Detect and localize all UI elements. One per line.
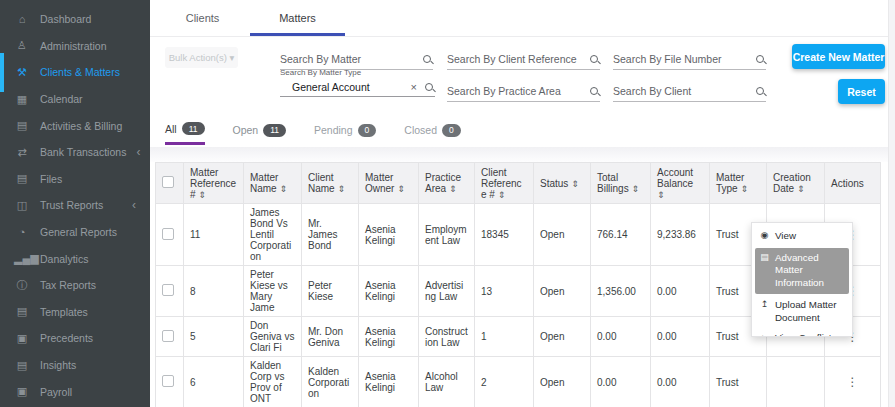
cell-status: Open bbox=[534, 357, 591, 407]
sort-icon[interactable]: ⇕ bbox=[797, 184, 805, 194]
status-filter-tab[interactable]: All 11 bbox=[165, 122, 205, 145]
cell-actions: ⋮ bbox=[825, 357, 881, 407]
app-window: ⌂ Dashboard ♙ Administration ⚒ Clients &… bbox=[0, 0, 895, 407]
create-new-matter-button[interactable]: Create New Matter bbox=[792, 44, 885, 69]
sidebar-item-label: Tax Reports bbox=[40, 279, 96, 291]
page-tabs: Clients Matters bbox=[150, 0, 895, 37]
search-icon[interactable] bbox=[590, 87, 598, 95]
column-header[interactable]: Matter Name ⇕ bbox=[244, 163, 302, 204]
sidebar-item[interactable]: ▤ Insights bbox=[0, 352, 150, 379]
status-filter-tabs: All 11 Open 11 Pending 0 Closed 0 bbox=[165, 122, 461, 145]
search-icon[interactable] bbox=[425, 83, 433, 91]
sort-icon[interactable]: ⇕ bbox=[449, 184, 457, 194]
cell-practice-area: Advertising Law bbox=[419, 266, 475, 317]
tab-matters[interactable]: Matters bbox=[250, 0, 345, 36]
sidebar-item[interactable]: ⚒ Clients & Matters bbox=[0, 59, 150, 86]
status-tab-label: All bbox=[165, 123, 177, 135]
row-checkbox[interactable] bbox=[162, 375, 174, 387]
sort-icon[interactable]: ⇕ bbox=[198, 190, 206, 200]
matter-type-value[interactable]: General Account bbox=[280, 81, 411, 93]
bulk-actions-dropdown[interactable]: Bulk Action(s) ▾ bbox=[165, 47, 238, 68]
cell-client-reference: 2 bbox=[475, 357, 534, 407]
sidebar-item[interactable]: ▤ Templates bbox=[0, 299, 150, 326]
sort-icon[interactable]: ⇕ bbox=[571, 179, 579, 189]
search-icon[interactable] bbox=[756, 87, 764, 95]
column-header[interactable]: Matter Owner ⇕ bbox=[359, 163, 419, 204]
sort-icon[interactable]: ⇕ bbox=[498, 190, 506, 200]
reset-button[interactable]: Reset bbox=[838, 79, 885, 104]
sort-icon[interactable]: ⇕ bbox=[657, 190, 665, 200]
sidebar-item-label: Files bbox=[40, 173, 62, 185]
sidebar-item[interactable]: ▤ Files bbox=[0, 166, 150, 193]
sort-icon[interactable]: ⇕ bbox=[279, 184, 287, 194]
sidebar-item-label: Trust Reports bbox=[40, 199, 103, 211]
status-filter-tab[interactable]: Pending 0 bbox=[314, 122, 376, 145]
column-header[interactable] bbox=[156, 163, 184, 204]
column-header[interactable]: Creation Date ⇕ bbox=[767, 163, 825, 204]
row-checkbox[interactable] bbox=[162, 284, 174, 296]
sidebar-item[interactable]: ⌂ Dashboard bbox=[0, 6, 150, 33]
cell-total-billings: 766.14 bbox=[591, 204, 651, 266]
sidebar-item[interactable]: ♙ Administration bbox=[0, 33, 150, 60]
search-by-client-reference-input[interactable] bbox=[447, 53, 590, 65]
cell-total-billings: 0.00 bbox=[591, 317, 651, 357]
sidebar-item[interactable]: ▣ Precedents bbox=[0, 325, 150, 352]
cell-account-balance: 0.00 bbox=[651, 357, 710, 407]
row-checkbox[interactable] bbox=[162, 228, 174, 240]
cell-total-billings: 0.00 bbox=[591, 357, 651, 407]
search-by-client-input[interactable] bbox=[613, 85, 756, 97]
status-filter-tab[interactable]: Closed 0 bbox=[404, 122, 460, 145]
row-actions-kebab-icon[interactable]: ⋮ bbox=[847, 375, 859, 389]
sort-icon[interactable]: ⇕ bbox=[397, 184, 405, 194]
cell-practice-area: Alcohol Law bbox=[419, 357, 475, 407]
context-menu-item[interactable]: ▤ Advanced Matter Information bbox=[755, 248, 849, 294]
table-row: 6 Kalden Corp vs Prov of ONT Kalden Corp… bbox=[156, 357, 881, 407]
sidebar-item[interactable]: ▤ Activities & Billing bbox=[0, 112, 150, 139]
sidebar-item[interactable]: ◔ General Reports bbox=[0, 219, 150, 246]
column-header[interactable]: Matter Type ⇕ bbox=[710, 163, 767, 204]
cell-account-balance: 9,233.86 bbox=[651, 204, 710, 266]
search-by-file-number-input[interactable] bbox=[613, 53, 756, 65]
sidebar: ⌂ Dashboard ♙ Administration ⚒ Clients &… bbox=[0, 0, 150, 407]
sidebar-item[interactable]: ▂▄▆ Danalytics bbox=[0, 245, 150, 272]
sort-icon[interactable]: ⇕ bbox=[740, 184, 748, 194]
search-icon[interactable] bbox=[756, 55, 764, 63]
cell-client-reference: 13 bbox=[475, 266, 534, 317]
status-filter-tab[interactable]: Open 11 bbox=[233, 122, 287, 145]
chevron-collapse-icon: ‹ bbox=[132, 198, 136, 212]
sidebar-item[interactable]: ▦ Calendar bbox=[0, 86, 150, 113]
row-checkbox[interactable] bbox=[162, 330, 174, 342]
sidebar-item[interactable]: ⇄ Bank Transactions ‹ bbox=[0, 139, 150, 166]
column-header[interactable]: Account Balance ⇕ bbox=[651, 163, 710, 204]
vertical-scrollbar[interactable] bbox=[888, 0, 895, 407]
sidebar-item[interactable]: ▣ Payroll bbox=[0, 378, 150, 405]
context-menu-item[interactable]: ▸ View Conflict Check bbox=[759, 328, 845, 337]
search-icon[interactable] bbox=[590, 55, 598, 63]
context-menu-item[interactable]: ↥ Upload Matter Document bbox=[759, 295, 845, 328]
select-all-checkbox[interactable] bbox=[162, 176, 174, 188]
trust-report-icon: ◫ bbox=[14, 199, 30, 212]
context-menu-item[interactable]: ◉ View bbox=[759, 226, 845, 247]
cell-client-reference: 18345 bbox=[475, 204, 534, 266]
cell-status: Open bbox=[534, 204, 591, 266]
search-by-matter-input[interactable] bbox=[280, 53, 423, 65]
sort-icon[interactable]: ⇕ bbox=[337, 184, 345, 194]
clear-icon[interactable]: × bbox=[411, 81, 417, 93]
column-header[interactable]: Actions bbox=[825, 163, 881, 204]
sidebar-item[interactable]: ◫ Trust Reports ‹ bbox=[0, 192, 150, 219]
column-header[interactable]: Matter Reference # ⇕ bbox=[184, 163, 244, 204]
search-by-client-field bbox=[613, 80, 766, 102]
precedents-icon: ▣ bbox=[14, 332, 30, 345]
status-count-badge: 0 bbox=[442, 124, 461, 137]
tab-clients[interactable]: Clients bbox=[155, 0, 250, 36]
column-header[interactable]: Client Reference # ⇕ bbox=[475, 163, 534, 204]
sidebar-item[interactable]: ⓘ Tax Reports bbox=[0, 272, 150, 299]
cell-matter-owner: Asenia Kelingi bbox=[359, 317, 419, 357]
column-header[interactable]: Practice Area ⇕ bbox=[419, 163, 475, 204]
search-by-practice-area-input[interactable] bbox=[447, 85, 590, 97]
column-header[interactable]: Status ⇕ bbox=[534, 163, 591, 204]
column-header[interactable]: Client Name ⇕ bbox=[302, 163, 359, 204]
column-header[interactable]: Total Billings ⇕ bbox=[591, 163, 651, 204]
sort-icon[interactable]: ⇕ bbox=[631, 184, 639, 194]
search-icon[interactable] bbox=[423, 55, 431, 63]
